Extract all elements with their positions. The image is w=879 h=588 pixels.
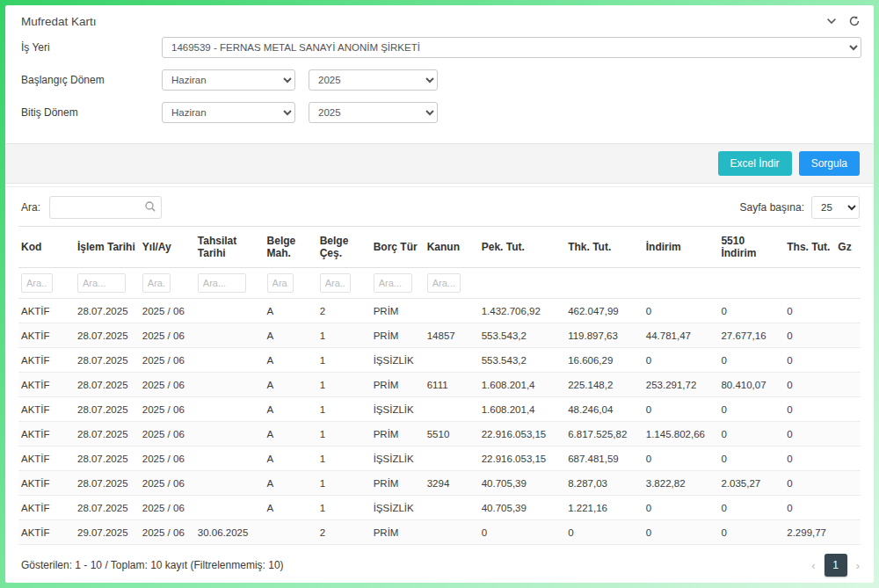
column-filter-input-6[interactable] (320, 273, 351, 293)
column-filter-input-7[interactable] (374, 273, 412, 293)
table-row[interactable]: AKTİF28.07.20252025 / 06A1PRİM329440.705… (18, 471, 861, 496)
bitis-donem-row: Bitiş Dönem Haziran 2025 (21, 102, 861, 123)
table-cell: 2.299,77 (784, 520, 835, 545)
table-cell (195, 397, 265, 422)
table-cell: 28.07.2025 (75, 348, 140, 373)
table-row[interactable]: AKTİF28.07.20252025 / 06A1İŞSİZLİK22.916… (18, 446, 861, 471)
table-cell: PRİM (371, 471, 425, 496)
table-cell (425, 348, 479, 373)
table-row[interactable]: AKTİF28.07.20252025 / 06A1PRİM61111.608.… (18, 373, 861, 397)
refresh-icon[interactable] (847, 14, 861, 28)
table-cell: 8.287,03 (565, 471, 643, 496)
table-cell: AKTİF (18, 348, 75, 373)
column-filter-input-8[interactable] (427, 273, 461, 293)
table-row[interactable]: AKTİF29.07.20252025 / 0630.06.20252PRİM0… (18, 520, 861, 545)
column-header-8[interactable]: Kanun (425, 227, 479, 268)
table-cell: 2025 / 06 (140, 348, 195, 373)
baslangic-month-select[interactable]: Haziran (162, 69, 295, 91)
sorgula-button[interactable]: Sorgula (799, 151, 860, 176)
table-cell: 253.291,72 (643, 373, 719, 397)
table-cell: 0 (643, 299, 719, 323)
excel-indir-button[interactable]: Excel İndir (718, 151, 792, 176)
table-cell (835, 397, 861, 422)
table-cell: 1 (317, 323, 371, 348)
bitis-month-select[interactable]: Haziran (162, 102, 295, 123)
column-header-1[interactable]: Kod (18, 227, 75, 268)
baslangic-year-select[interactable]: 2025 (309, 69, 438, 91)
table-cell (835, 520, 861, 545)
table-cell: A (265, 422, 317, 446)
table-row[interactable]: AKTİF28.07.20252025 / 06A1PRİM551022.916… (18, 422, 861, 446)
column-header-9[interactable]: Pek. Tut. (479, 227, 565, 268)
table-cell: 0 (784, 496, 835, 520)
table-cell: 0 (784, 373, 835, 397)
filter-cell-12 (718, 268, 784, 299)
table-cell: 6.817.525,82 (565, 422, 643, 446)
table-cell (835, 471, 861, 496)
table-cell: 30.06.2025 (195, 520, 265, 545)
column-header-14[interactable]: Gz (835, 227, 861, 268)
is-yeri-select[interactable]: 1469539 - FERNAS METAL SANAYİ ANONİM ŞİR… (162, 37, 861, 58)
filter-cell-10 (565, 268, 643, 299)
table-cell: 40.705,39 (479, 496, 565, 520)
table-cell: 5510 (425, 422, 479, 446)
table-cell: 28.07.2025 (75, 471, 140, 496)
table-row[interactable]: AKTİF28.07.20252025 / 06A1İŞSİZLİK553.54… (18, 348, 861, 373)
filter-cell-13 (784, 268, 835, 299)
table-cell: A (265, 471, 317, 496)
table-cell: 1.432.706,92 (479, 299, 565, 323)
column-header-3[interactable]: Yıl/Ay (140, 227, 195, 268)
table-cell: 553.543,2 (479, 348, 565, 373)
table-cell: 0 (784, 471, 835, 496)
column-header-2[interactable]: İşlem Tarihi (75, 227, 140, 268)
column-header-11[interactable]: İndirim (643, 227, 719, 268)
column-filter-input-3[interactable] (142, 273, 171, 293)
collapse-chevron-icon[interactable] (825, 14, 839, 28)
column-header-5[interactable]: Belge Mah. (265, 227, 317, 268)
table-row[interactable]: AKTİF28.07.20252025 / 06A1İŞSİZLİK1.608.… (18, 397, 861, 422)
table-cell: AKTİF (18, 299, 75, 323)
column-header-4[interactable]: Tahsilat Tarihi (195, 227, 265, 268)
table-cell (195, 323, 265, 348)
prev-page-button[interactable]: ‹ (811, 559, 815, 572)
search-icon (144, 200, 156, 216)
column-header-12[interactable]: 5510 İndirim (718, 227, 784, 268)
table-cell: PRİM (371, 373, 425, 397)
table-cell: 1 (317, 496, 371, 520)
column-header-10[interactable]: Thk. Tut. (565, 227, 643, 268)
column-filter-input-1[interactable] (21, 273, 53, 293)
table-row[interactable]: AKTİF28.07.20252025 / 06A1İŞSİZLİK40.705… (18, 496, 861, 520)
table-row[interactable]: AKTİF28.07.20252025 / 06A2PRİM1.432.706,… (18, 299, 861, 323)
table-cell (835, 496, 861, 520)
column-filter-input-5[interactable] (267, 273, 294, 293)
table-cell: 2.035,27 (718, 471, 784, 496)
bitis-year-select[interactable]: 2025 (309, 102, 438, 123)
search-label: Ara: (21, 201, 40, 214)
table-cell: 22.916.053,15 (479, 422, 565, 446)
table-cell: 0 (718, 496, 784, 520)
next-page-button[interactable]: › (856, 559, 860, 572)
filter-cell-9 (479, 268, 565, 299)
column-header-6[interactable]: Belge Çeş. (317, 227, 371, 268)
table-cell: 0 (718, 348, 784, 373)
table-footer: Gösterilen: 1 - 10 / Toplam: 10 kayıt (F… (5, 545, 874, 583)
table-row[interactable]: AKTİF28.07.20252025 / 06A1PRİM14857553.5… (18, 323, 861, 348)
table-header-row: Kodİşlem TarihiYıl/AyTahsilat TarihiBelg… (18, 227, 861, 268)
table-cell (835, 348, 861, 373)
column-filter-input-4[interactable] (198, 273, 246, 293)
table-cell: 0 (643, 348, 719, 373)
page-1-button[interactable]: 1 (825, 554, 847, 577)
table-cell: 0 (784, 446, 835, 471)
table-cell: İŞSİZLİK (371, 397, 425, 422)
table-cell: 1.608.201,4 (479, 397, 565, 422)
table-cell: 44.781,47 (643, 323, 719, 348)
column-header-13[interactable]: Ths. Tut. (784, 227, 835, 268)
page-size-select[interactable]: 25 (811, 196, 860, 219)
column-header-7[interactable]: Borç Tür (371, 227, 425, 268)
bitis-donem-label: Bitiş Dönem (21, 106, 162, 119)
table-cell: 6111 (425, 373, 479, 397)
filter-cell-7 (371, 268, 425, 299)
table-container: Kodİşlem TarihiYıl/AyTahsilat TarihiBelg… (5, 226, 874, 545)
column-filter-input-2[interactable] (77, 273, 126, 293)
table-cell: 1.608.201,4 (479, 373, 565, 397)
